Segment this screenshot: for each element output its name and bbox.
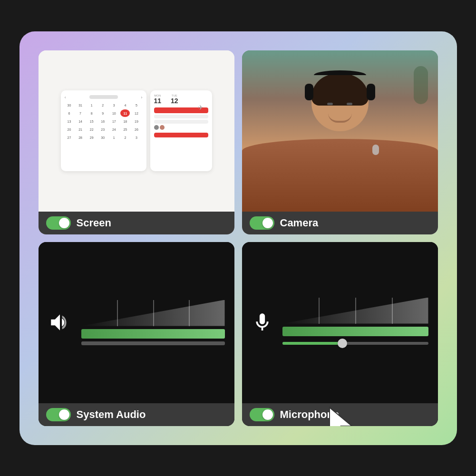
cal-cell: 10 [109,109,119,117]
mic-prop [372,145,379,155]
headphone-left [305,84,313,100]
camera-label: Camera [280,217,319,229]
mic-slider-knob[interactable] [338,339,347,348]
sched-avatar-2 [160,125,165,130]
mic-slider-track [282,342,428,345]
cal-cell: 1 [87,101,97,109]
plane-icon: ✈ [198,104,204,112]
screen-card: ‹ › 30 31 1 2 3 4 5 6 7 8 [39,50,234,234]
screen-card-bar: Screen [39,212,234,234]
system-audio-label: System Audio [77,408,146,421]
microphone-icon [252,308,273,337]
cal-cell: 22 [87,126,97,133]
schedule-mock: MON 11 TUE 12 ✈ [150,90,212,171]
audio-level-display [81,300,225,345]
camera-card-bar: Camera [242,212,438,234]
screen-toggle[interactable] [46,216,71,230]
cal-cell: 7 [76,109,85,117]
audio-triangle [81,300,225,326]
sched-day-1: MON 11 [154,94,162,105]
cal-cell: 3 [132,134,141,141]
cal-cell: 18 [120,117,130,125]
system-audio-card-bar: System Audio [39,403,234,426]
cal-cell: 13 [65,117,74,125]
mic-slider[interactable] [282,339,428,348]
eye-right [347,103,352,105]
cal-cell: 15 [87,117,97,125]
sched-avatars [154,125,208,130]
cal-cell: 26 [132,126,141,133]
cal-cell: 1 [109,134,119,141]
cal-right-arrow: › [141,94,142,99]
cal-cell: 2 [120,134,130,141]
tick-1 [117,300,118,326]
screen-toggle-knob [59,218,69,228]
cal-cell: 14 [76,117,85,125]
camera-person-bg [242,50,438,212]
mic-level-bar-green [282,327,428,336]
mic-tick-3 [392,298,393,324]
mic-tick-1 [319,298,320,324]
microphone-card-bar: Microphone [242,403,438,426]
system-audio-card: System Audio [39,242,234,426]
cal-cell: 16 [98,117,107,125]
camera-toggle-knob [262,218,273,228]
sched-block-4 [154,133,208,137]
cal-cell: 31 [76,101,85,109]
mic-viz [242,242,438,403]
cal-cell: 23 [98,126,107,133]
microphone-toggle[interactable] [250,408,274,421]
headphone-band [314,70,366,80]
system-audio-toggle[interactable] [46,408,71,421]
sched-day-1-num: 11 [154,97,162,105]
screen-label: Screen [77,217,111,229]
speaker-icon-wrap [48,311,72,334]
cal-cell: 30 [98,134,107,141]
tick-3 [189,300,190,326]
cal-cell: 9 [98,109,107,117]
calendar-mock: ‹ › 30 31 1 2 3 4 5 6 7 8 [61,90,146,171]
microphone-label: Microphone [280,408,340,421]
cal-cell: 17 [109,117,119,125]
cal-cell: 4 [120,101,130,109]
cal-cell: 2 [98,101,107,109]
cal-cell: 3 [109,101,119,109]
calendar-nav: ‹ › [65,94,143,99]
person-body [242,139,438,212]
system-audio-toggle-knob [59,409,69,420]
mic-tick-2 [355,298,356,324]
eye-left [327,103,333,105]
camera-preview [242,50,438,212]
microphone-card: Microphone [242,242,438,426]
cal-cell: 28 [76,134,85,141]
mic-icon-wrap [252,308,273,337]
cal-cell: 27 [65,134,74,141]
level-bar-gray [81,341,225,345]
sched-day-2-num: 12 [171,97,178,105]
sched-day-2: TUE 12 [171,94,178,105]
cal-cell: 20 [65,126,74,133]
camera-toggle[interactable] [250,216,274,230]
cal-cell: 24 [109,126,119,133]
cal-cell: 30 [65,101,74,109]
cal-cell: 5 [132,101,141,109]
mic-slider-fill [282,342,341,345]
cal-cell: 21 [76,126,85,133]
level-bar-green [81,329,225,339]
screen-preview: ‹ › 30 31 1 2 3 4 5 6 7 8 [39,50,234,212]
plant-bg [414,66,428,104]
camera-card: Camera [242,50,438,234]
cal-month-header [89,95,118,99]
cal-cell: 25 [120,126,130,133]
smile [328,113,352,123]
cal-cell: 8 [87,109,97,117]
cal-cell: 12 [132,109,141,117]
cal-cell: 6 [65,109,74,117]
sched-avatar-1 [154,125,159,130]
cal-left-arrow: ‹ [65,94,66,99]
cards-grid: ‹ › 30 31 1 2 3 4 5 6 7 8 [39,50,438,426]
mic-level-display [282,298,428,348]
audio-viz [39,242,234,403]
headphone-right [367,84,375,100]
microphone-toggle-knob [262,409,273,420]
